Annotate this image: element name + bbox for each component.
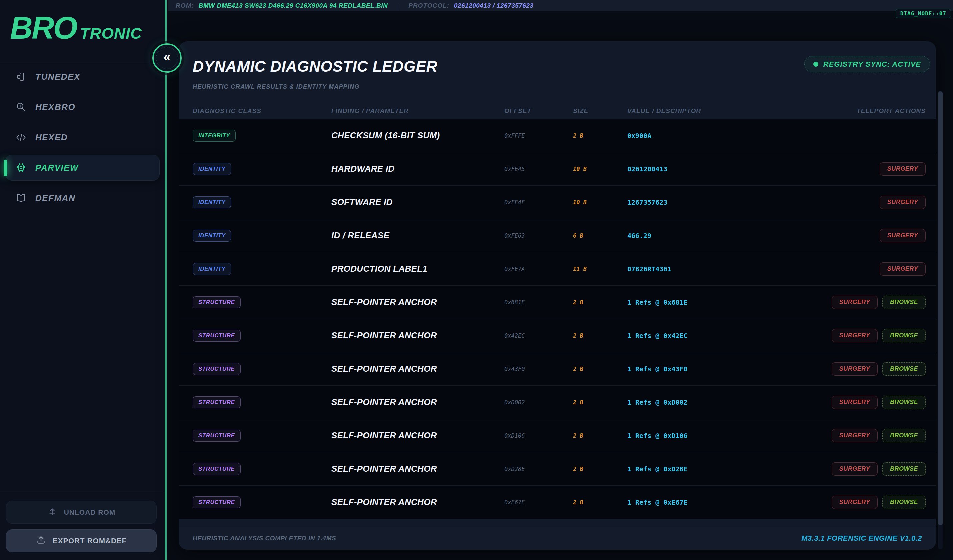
table-body: INTEGRITYCHECKSUM (16-BIT SUM)0xFFFE2 B0… (179, 119, 936, 519)
table-row: STRUCTURESELF-POINTER ANCHOR0xE67E2 B1 R… (179, 485, 936, 519)
class-badge-identity: IDENTITY (193, 263, 231, 275)
table-row: STRUCTURESELF-POINTER ANCHOR0xD0022 B1 R… (179, 385, 936, 419)
size-value: 2 B (573, 332, 627, 339)
teleport-actions: SURGERYBROWSE (794, 496, 926, 509)
browse-button[interactable]: BROWSE (882, 429, 926, 442)
finding-label: HARDWARE ID (331, 164, 504, 174)
value-descriptor: 1267357623 (627, 198, 794, 206)
offset-value: 0x43F0 (504, 366, 573, 372)
cpu-icon (16, 162, 27, 173)
surgery-button[interactable]: SURGERY (832, 429, 878, 442)
offset-value: 0xD002 (504, 399, 573, 406)
status-dot-icon (813, 62, 818, 67)
browse-button[interactable]: BROWSE (882, 295, 926, 309)
finding-label: SELF-POINTER ANCHOR (331, 364, 504, 374)
sidebar-item-hexbro[interactable]: HEXBRO (5, 94, 160, 120)
finding-label: SOFTWARE ID (331, 197, 504, 207)
scrollbar-thumb[interactable] (938, 91, 943, 525)
offset-value: 0x42EC (504, 332, 573, 339)
teleport-actions: SURGERYBROWSE (794, 362, 926, 376)
offset-value: 0xD106 (504, 432, 573, 439)
export-rom-def-label: EXPORT ROM&DEF (53, 537, 127, 545)
collapse-sidebar-button[interactable]: « (152, 43, 182, 73)
sidebar-item-tunedex[interactable]: TUNEDEX (5, 63, 160, 90)
table-row: STRUCTURESELF-POINTER ANCHOR0x43F02 B1 R… (179, 352, 936, 385)
class-badge-structure: STRUCTURE (193, 330, 241, 342)
value-descriptor: 1 Refs @ 0xE67E (627, 498, 794, 506)
offset-value: 0xFE7A (504, 266, 573, 272)
column-header-class: DIAGNOSTIC CLASS (193, 107, 331, 114)
class-badge-identity: IDENTITY (193, 196, 231, 208)
surgery-button[interactable]: SURGERY (880, 262, 926, 276)
browse-button[interactable]: BROWSE (882, 496, 926, 509)
value-descriptor: 1 Refs @ 0x42EC (627, 332, 794, 340)
teleport-actions: SURGERYBROWSE (794, 429, 926, 442)
finding-label: SELF-POINTER ANCHOR (331, 464, 504, 474)
browse-button[interactable]: BROWSE (882, 463, 926, 476)
column-header-actions: TELEPORT ACTIONS (794, 107, 926, 114)
page-title: DYNAMIC DIAGNOSTIC LEDGER (193, 57, 437, 75)
rom-value: BMW DME413 SW623 D466.29 C16X900A 94 RED… (199, 2, 388, 9)
surgery-button[interactable]: SURGERY (880, 162, 926, 176)
teleport-actions: SURGERYBROWSE (794, 329, 926, 342)
rom-label: ROM: (176, 2, 194, 9)
browse-button[interactable]: BROWSE (882, 329, 926, 342)
class-badge-structure: STRUCTURE (193, 396, 241, 408)
value-descriptor: 07826RT4361 (627, 265, 794, 273)
value-descriptor: 1 Refs @ 0xD28E (627, 465, 794, 473)
column-header-offset: OFFSET (504, 107, 573, 114)
surgery-button[interactable]: SURGERY (832, 362, 878, 376)
browse-button[interactable]: BROWSE (882, 396, 926, 409)
size-value: 10 B (573, 199, 627, 206)
class-badge-structure: STRUCTURE (193, 430, 241, 442)
zoom-in-icon (16, 101, 27, 113)
table-row: IDENTITYID / RELEASE0xFE636 B466.29SURGE… (179, 219, 936, 252)
registry-sync-label: REGISTRY SYNC: ACTIVE (823, 60, 921, 69)
table-header-row: DIAGNOSTIC CLASSFINDING / PARAMETEROFFSE… (179, 103, 936, 119)
sidebar-item-parview[interactable]: PARVIEW (5, 155, 160, 181)
size-value: 6 B (573, 232, 627, 239)
offset-value: 0xFE63 (504, 232, 573, 239)
finding-label: SELF-POINTER ANCHOR (331, 330, 504, 341)
logo-secondary: TRONIC (80, 24, 142, 42)
surgery-button[interactable]: SURGERY (832, 463, 878, 476)
table-row: IDENTITYHARDWARE ID0xFE4510 B0261200413S… (179, 152, 936, 185)
protocol-label: PROTOCOL: (408, 2, 449, 9)
upload-icon (36, 535, 46, 547)
surgery-button[interactable]: SURGERY (832, 329, 878, 342)
sidebar-item-defman[interactable]: DEFMAN (5, 185, 160, 211)
offset-value: 0xFE4F (504, 199, 573, 206)
topbar: ROM: BMW DME413 SW623 D466.29 C16X900A 9… (168, 0, 953, 11)
export-rom-def-button[interactable]: EXPORT ROM&DEF (6, 529, 157, 552)
surgery-button[interactable]: SURGERY (880, 229, 926, 242)
offset-value: 0xFFFE (504, 132, 573, 139)
sidebar-item-label: DEFMAN (35, 193, 75, 203)
table-row: INTEGRITYCHECKSUM (16-BIT SUM)0xFFFE2 B0… (179, 119, 936, 152)
sidebar-item-hexed[interactable]: HEXED (5, 124, 160, 150)
finding-label: CHECKSUM (16-BIT SUM) (331, 130, 504, 141)
sidebar-item-label: PARVIEW (35, 162, 79, 173)
browse-button[interactable]: BROWSE (882, 362, 926, 376)
value-descriptor: 466.29 (627, 232, 794, 240)
finding-label: SELF-POINTER ANCHOR (331, 297, 504, 307)
size-value: 11 B (573, 266, 627, 272)
sidebar-divider (0, 62, 165, 62)
finding-label: SELF-POINTER ANCHOR (331, 497, 504, 507)
surgery-button[interactable]: SURGERY (832, 496, 878, 509)
protocol-value: 0261200413 / 1267357623 (454, 2, 534, 9)
surgery-button[interactable]: SURGERY (832, 295, 878, 309)
offset-value: 0xE67E (504, 499, 573, 506)
value-descriptor: 1 Refs @ 0x43F0 (627, 365, 794, 373)
finding-label: SELF-POINTER ANCHOR (331, 430, 504, 441)
column-header-size: SIZE (573, 107, 627, 114)
finding-label: PRODUCTION LABEL1 (331, 264, 504, 274)
unload-rom-button[interactable]: UNLOAD ROM (6, 501, 157, 524)
class-badge-structure: STRUCTURE (193, 296, 241, 308)
value-descriptor: 1 Refs @ 0xD002 (627, 398, 794, 406)
surgery-button[interactable]: SURGERY (832, 396, 878, 409)
surgery-button[interactable]: SURGERY (880, 196, 926, 209)
sidebar-bottom-divider (0, 493, 165, 493)
size-value: 2 B (573, 466, 627, 472)
class-badge-structure: STRUCTURE (193, 497, 241, 508)
chevron-double-left-icon: « (163, 50, 171, 64)
